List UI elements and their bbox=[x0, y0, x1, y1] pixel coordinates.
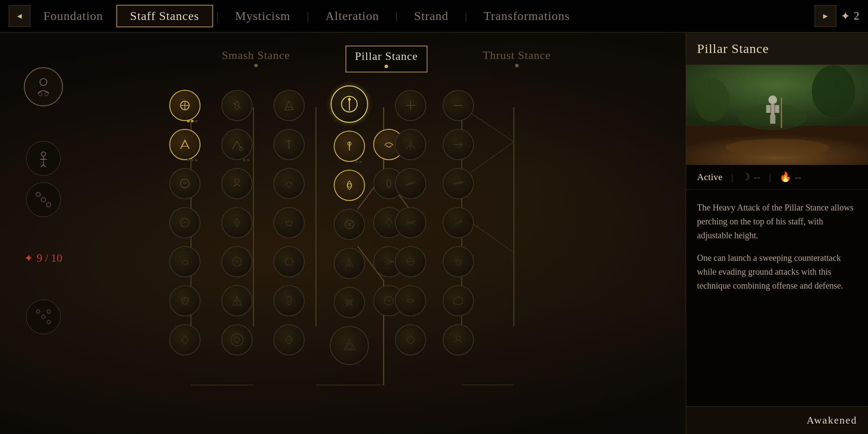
svg-rect-99 bbox=[766, 105, 771, 113]
svg-point-79 bbox=[348, 264, 351, 266]
nav-right-arrow[interactable]: ► bbox=[815, 5, 836, 27]
spirit-counter: ✦ 9 / 10 bbox=[24, 252, 62, 265]
skill-node-1-2[interactable] bbox=[169, 129, 201, 160]
skill-node-2-7[interactable] bbox=[221, 324, 253, 355]
skill-node-thrust-1-5[interactable] bbox=[395, 246, 426, 277]
svg-rect-100 bbox=[775, 105, 779, 113]
panel-preview-image bbox=[686, 65, 868, 165]
nodes-container bbox=[100, 81, 673, 434]
svg-point-77 bbox=[348, 184, 351, 187]
skill-node-thrust-2-2[interactable] bbox=[443, 129, 474, 160]
panel-status-bar: Active | ☽ -- | 🔥 -- bbox=[686, 165, 868, 190]
svg-point-68 bbox=[231, 334, 243, 346]
skill-node-thrust-2-7[interactable] bbox=[443, 324, 474, 355]
svg-point-64 bbox=[181, 297, 188, 304]
skill-node-pillar-3[interactable] bbox=[334, 170, 365, 201]
player-avatar bbox=[24, 67, 63, 106]
skill-node-pillar-4[interactable] bbox=[334, 209, 365, 240]
skill-node-thrust-1-6[interactable] bbox=[395, 285, 426, 316]
skill-node-2-3[interactable] bbox=[221, 168, 253, 199]
svg-point-11 bbox=[36, 310, 40, 313]
skill-node-2-2[interactable] bbox=[221, 129, 253, 160]
skill-node-2-4[interactable] bbox=[221, 207, 253, 238]
skill-node-thrust-2-3[interactable] bbox=[443, 168, 474, 199]
node-column-thrust-2 bbox=[443, 90, 474, 355]
skill-node-1-7[interactable] bbox=[169, 324, 201, 355]
skill-node-thrust-2-1[interactable] bbox=[443, 90, 474, 121]
thrust-stance-dot bbox=[515, 64, 519, 67]
skill-node-3-5[interactable] bbox=[273, 246, 305, 277]
svg-line-6 bbox=[41, 165, 43, 167]
skill-node-thrust-1-1[interactable] bbox=[395, 90, 426, 121]
status-sep-1: | bbox=[731, 171, 733, 183]
nav-item-mysticism[interactable]: Mysticism bbox=[222, 6, 303, 26]
nav-item-staff-stances[interactable]: Staff Stances bbox=[116, 5, 213, 27]
skill-node-2-5[interactable] bbox=[221, 246, 253, 277]
skill-node-2-6[interactable] bbox=[221, 285, 253, 316]
sidebar-icon-group-1 bbox=[26, 141, 61, 217]
stance-header-pillar[interactable]: Pillar Stance bbox=[345, 46, 427, 72]
stance-header-smash[interactable]: Smash Stance bbox=[213, 46, 299, 72]
spirit-count-display: ✦ 2 bbox=[841, 10, 859, 23]
svg-point-96 bbox=[725, 139, 829, 156]
svg-point-2 bbox=[45, 92, 48, 96]
node-column-3 bbox=[273, 90, 305, 355]
nav-separator-1: | bbox=[213, 10, 222, 22]
nav-item-strand[interactable]: Strand bbox=[401, 6, 461, 26]
status-moon-icon: ☽ bbox=[742, 171, 750, 183]
skill-node-pillar-bottom[interactable] bbox=[330, 326, 369, 365]
skill-node-3-1[interactable] bbox=[273, 90, 305, 121]
sidebar-stance-icon-1[interactable] bbox=[26, 141, 61, 176]
skill-node-1-1[interactable] bbox=[169, 90, 201, 121]
panel-description-2: One can launch a sweeping counterattack … bbox=[697, 251, 857, 293]
panel-footer: Awakened bbox=[686, 406, 868, 434]
spirit-count-text: 9 / 10 bbox=[36, 252, 62, 265]
skill-node-thrust-1-4[interactable] bbox=[395, 207, 426, 238]
skill-tree-area: Smash Stance Pillar Stance Thrust Stance bbox=[87, 33, 686, 434]
skill-node-3-3[interactable] bbox=[273, 168, 305, 199]
skill-node-1-5[interactable] bbox=[169, 246, 201, 277]
skill-node-3-4[interactable] bbox=[273, 207, 305, 238]
svg-point-12 bbox=[42, 315, 45, 319]
pillar-stance-dot bbox=[385, 65, 388, 68]
stance-headers: Smash Stance Pillar Stance Thrust Stance bbox=[87, 46, 686, 72]
skill-node-pillar-2[interactable] bbox=[334, 131, 365, 162]
skill-node-thrust-1-3[interactable] bbox=[395, 168, 426, 199]
svg-line-7 bbox=[43, 165, 46, 167]
node-column-1 bbox=[169, 90, 201, 355]
nav-separator-3: | bbox=[392, 10, 401, 22]
skill-node-3-2[interactable] bbox=[273, 129, 305, 160]
svg-point-89 bbox=[456, 261, 460, 266]
status-icon-group-1: ☽ -- bbox=[742, 171, 760, 183]
svg-point-97 bbox=[769, 95, 777, 104]
skill-node-1-6[interactable] bbox=[169, 285, 201, 316]
skill-node-2-1[interactable] bbox=[221, 90, 253, 121]
nav-item-foundation[interactable]: Foundation bbox=[30, 6, 116, 26]
nav-item-transformations[interactable]: Transformations bbox=[470, 6, 583, 26]
skill-node-3-6[interactable] bbox=[273, 285, 305, 316]
skill-node-pillar-5[interactable] bbox=[334, 248, 365, 279]
nav-item-alteration[interactable]: Alteration bbox=[312, 6, 392, 26]
awakened-label: Awakened bbox=[807, 414, 857, 426]
skill-node-pillar-6[interactable] bbox=[334, 287, 365, 318]
skill-node-3-7[interactable] bbox=[273, 324, 305, 355]
sidebar-icon-group-2 bbox=[26, 299, 61, 334]
skill-node-thrust-2-5[interactable] bbox=[443, 246, 474, 277]
skill-node-1-4[interactable] bbox=[169, 207, 201, 238]
stance-header-thrust[interactable]: Thrust Stance bbox=[474, 46, 559, 72]
nav-left-arrow[interactable]: ◄ bbox=[9, 5, 30, 27]
skill-node-1-3[interactable] bbox=[169, 168, 201, 199]
svg-rect-101 bbox=[770, 115, 773, 124]
skill-node-thrust-1-7[interactable] bbox=[395, 324, 426, 355]
sidebar-stance-icon-3[interactable] bbox=[26, 299, 61, 334]
skill-node-thrust-2-4[interactable] bbox=[443, 207, 474, 238]
status-icon-group-2: 🔥 -- bbox=[779, 171, 801, 183]
sidebar-stance-icon-2[interactable] bbox=[26, 182, 61, 217]
status-dashes-2: -- bbox=[795, 171, 801, 183]
svg-point-1 bbox=[39, 92, 42, 96]
left-sidebar: ✦ 9 / 10 bbox=[0, 33, 87, 434]
skill-node-pillar-main[interactable] bbox=[331, 85, 368, 123]
skill-node-thrust-1-2[interactable] bbox=[395, 129, 426, 160]
skill-node-thrust-2-6[interactable] bbox=[443, 285, 474, 316]
svg-point-93 bbox=[695, 78, 730, 122]
